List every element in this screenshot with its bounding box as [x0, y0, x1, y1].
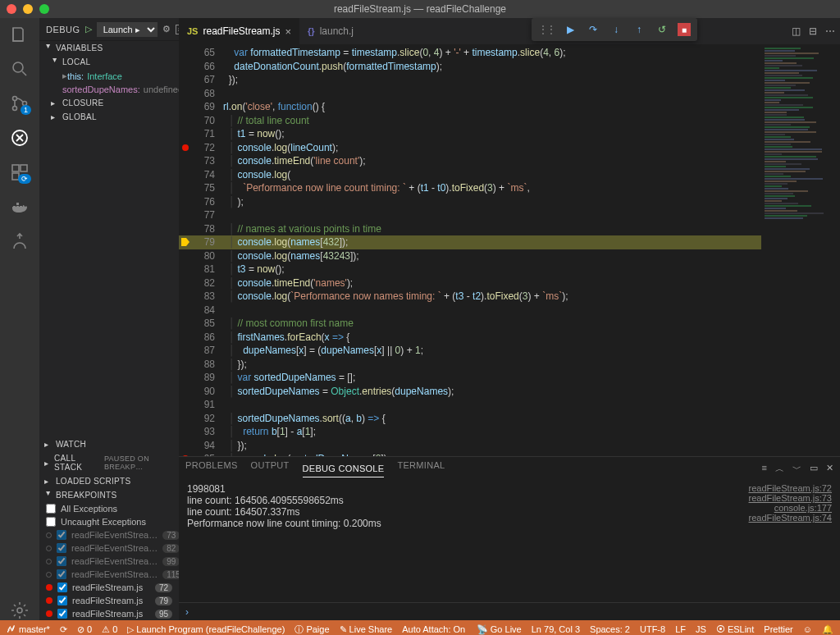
status-errors[interactable]: ⊘ 0	[77, 624, 92, 635]
clear-icon[interactable]: ▭	[810, 463, 818, 475]
bp-checkbox[interactable]	[57, 596, 67, 605]
bp-checkbox[interactable]	[57, 543, 66, 553]
code-line[interactable]: 66 dateDonationCount.push(formattedTimes…	[179, 60, 761, 74]
status-golive[interactable]: 📡 Go Live	[477, 624, 522, 635]
close-panel-icon[interactable]: ✕	[826, 463, 833, 475]
settings-icon[interactable]	[10, 601, 30, 620]
window-close-button[interactable]	[7, 4, 16, 14]
code-line[interactable]: 84	[179, 304, 761, 318]
status-autoattach[interactable]: Auto Attach: On	[402, 624, 465, 634]
code-line[interactable]: 74 │ console.log(	[179, 168, 761, 182]
window-minimize-button[interactable]	[23, 4, 33, 14]
filter-icon[interactable]: ≡	[762, 463, 767, 475]
code-line[interactable]: 93 │ return b[1] - a[1];	[179, 425, 761, 439]
status-bell[interactable]: 🔔	[822, 624, 833, 635]
code-editor[interactable]: 65 var formattedTimestamp = timestamp.sl…	[179, 44, 761, 456]
debug-icon[interactable]	[10, 128, 30, 148]
step-out-button[interactable]: ↑	[632, 22, 646, 37]
window-maximize-button[interactable]	[39, 4, 49, 14]
code-line[interactable]: 87 │ dupeNames[x] = (dupeNames[x] || 0) …	[179, 344, 761, 358]
scope-global[interactable]: ▸Global	[39, 110, 179, 124]
code-line[interactable]: 77	[179, 208, 761, 222]
breakpoint-gutter-icon[interactable]	[182, 455, 189, 456]
code-line[interactable]: 92 │ sortedDupeNames.sort((a, b) => {	[179, 412, 761, 426]
liveshare-icon[interactable]	[10, 231, 30, 251]
status-eslint[interactable]: ⦿ ESLint	[716, 624, 754, 634]
stop-button[interactable]: ■	[678, 23, 691, 36]
source-link[interactable]: readFileStream.js:72	[749, 483, 833, 493]
bp-checkbox[interactable]	[57, 569, 66, 579]
toggle-panel-icon[interactable]: ⊟	[809, 25, 817, 37]
code-line[interactable]: 67 });	[179, 73, 761, 87]
code-line[interactable]: 95 │ console.log(sortedDupeNames[0]);	[179, 452, 761, 456]
minimap[interactable]	[761, 44, 840, 456]
console-sources[interactable]: readFileStream.js:72readFileStream.js:73…	[749, 483, 833, 599]
status-liveshare[interactable]: ✎ Live Share	[340, 624, 393, 635]
code-line[interactable]: 86 │ firstNames.forEach(x => {	[179, 331, 761, 345]
breakpoint-item[interactable]: readFileEventStrea…115	[39, 568, 179, 581]
breakpoint-item[interactable]: readFileStream.js95	[39, 607, 179, 620]
breakpoint-item[interactable]: readFileEventStrea…73	[39, 528, 179, 541]
status-branch[interactable]: 🗲 master*	[7, 624, 50, 634]
status-spaces[interactable]: Spaces: 2	[590, 624, 630, 634]
code-line[interactable]: 81 │ t3 = now();	[179, 263, 761, 276]
editor-tab[interactable]: JSreadFileStream.js×	[179, 18, 299, 44]
bp-checkbox[interactable]	[57, 556, 66, 566]
scope-local[interactable]: ▸Local	[39, 55, 179, 69]
step-over-button[interactable]: ↷	[586, 22, 600, 37]
status-user[interactable]: ⓘ Paige	[294, 624, 329, 636]
editor-tab[interactable]: {}launch.j	[299, 18, 362, 44]
section-variables[interactable]: ▸VARIABLES	[39, 41, 179, 55]
docker-icon[interactable]	[10, 197, 30, 217]
code-line[interactable]: 88 │ });	[179, 358, 761, 372]
section-breakpoints[interactable]: ▸BREAKPOINTS	[39, 488, 179, 502]
code-line[interactable]: 79 │ console.log(names[432]);	[179, 235, 761, 249]
toolbar-grip-icon[interactable]: ⋮⋮	[538, 24, 555, 35]
code-line[interactable]: 89 │ var sortedDupeNames = [];	[179, 371, 761, 385]
code-line[interactable]: 82 │ console.timeEnd('names');	[179, 276, 761, 290]
collapse-icon[interactable]: ︿	[775, 463, 784, 475]
search-icon[interactable]	[10, 59, 30, 79]
status-prettier[interactable]: Prettier	[764, 624, 792, 634]
continue-button[interactable]: ▶	[563, 22, 578, 37]
launch-config-select[interactable]: Launch ▸	[97, 22, 158, 37]
code-line[interactable]: 83 │ console.log(`Performance now names …	[179, 290, 761, 304]
status-warnings[interactable]: ⚠ 0	[102, 624, 117, 635]
console-input[interactable]: ›	[179, 602, 840, 620]
breakpoint-item[interactable]: readFileEventStrea…99	[39, 555, 179, 568]
scope-closure[interactable]: ▸Closure	[39, 96, 179, 110]
close-tab-icon[interactable]: ×	[285, 25, 292, 38]
status-encoding[interactable]: UTF-8	[640, 624, 665, 634]
code-line[interactable]: 76 │ );	[179, 195, 761, 209]
panel-tab[interactable]: TERMINAL	[397, 460, 445, 477]
bp-checkbox[interactable]	[57, 609, 67, 619]
panel-tab[interactable]: OUTPUT	[251, 460, 290, 477]
code-line[interactable]: 78 │ // names at various points in time	[179, 222, 761, 236]
status-feedback[interactable]: ☺	[803, 624, 812, 634]
bp-all-exceptions[interactable]: All Exceptions	[39, 502, 179, 515]
section-loaded[interactable]: ▸LOADED SCRIPTS	[39, 474, 179, 488]
code-line[interactable]: 65 var formattedTimestamp = timestamp.sl…	[179, 46, 761, 60]
breakpoint-item[interactable]: readFileEventStrea…82	[39, 541, 179, 555]
status-position[interactable]: Ln 79, Col 3	[532, 624, 580, 634]
more-actions-icon[interactable]: ⋯	[825, 25, 835, 37]
code-line[interactable]: 73 │ console.timeEnd('line count');	[179, 154, 761, 168]
debug-settings-icon[interactable]: ⚙	[162, 24, 171, 34]
restart-button[interactable]: ↺	[655, 22, 669, 37]
status-sync[interactable]: ⟳	[60, 624, 67, 635]
var-sorted[interactable]: sortedDupeNames:undefined	[39, 83, 179, 96]
extensions-icon[interactable]: ⟳	[10, 162, 30, 182]
scm-icon[interactable]: 1	[10, 94, 30, 113]
code-line[interactable]: 71 │ t1 = now();	[179, 127, 761, 141]
section-callstack[interactable]: ▸CALL STACKPAUSED ON BREAKP…	[39, 451, 179, 474]
status-lang[interactable]: JS	[696, 624, 706, 634]
source-link[interactable]: readFileStream.js:74	[749, 513, 833, 523]
step-into-button[interactable]: ↓	[609, 22, 623, 37]
bp-checkbox[interactable]	[57, 530, 66, 540]
console-input-field[interactable]	[194, 606, 833, 618]
status-launch[interactable]: ▷ Launch Program (readFileChallenge)	[127, 624, 285, 635]
panel-tab[interactable]: DEBUG CONSOLE	[303, 464, 385, 477]
code-line[interactable]: 80 │ console.log(names[43243]);	[179, 249, 761, 263]
code-line[interactable]: 69rl.on('close', function() {	[179, 100, 761, 114]
code-line[interactable]: 68	[179, 87, 761, 101]
